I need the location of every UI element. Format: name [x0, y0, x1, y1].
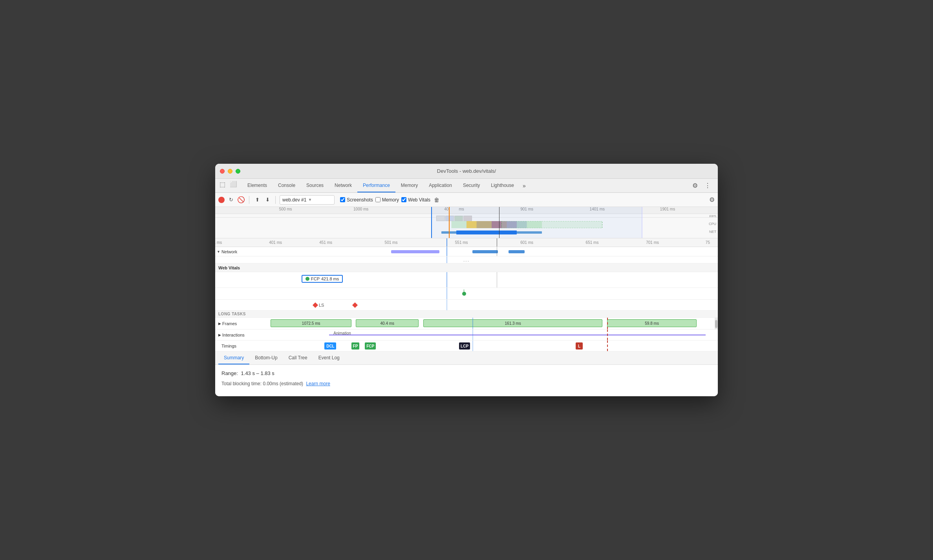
ruler-vline-dark — [497, 238, 497, 247]
dtick-451: 451 ms — [319, 240, 332, 245]
tab-application[interactable]: Application — [423, 179, 457, 192]
memory-checkbox[interactable] — [375, 197, 381, 202]
frames-red-dashed — [607, 318, 608, 329]
ls-label-group: LS — [313, 303, 357, 307]
tab-lighthouse[interactable]: Lighthouse — [485, 179, 520, 192]
frames-track-label: ▶ Frames — [215, 321, 266, 326]
more-options-icon[interactable]: ⋮ — [702, 180, 713, 191]
ruler-tick-1000: 1000 ms — [353, 207, 368, 211]
ruler-tick-1901: 1901 ms — [660, 207, 675, 211]
dtick-501: 501 ms — [385, 240, 398, 245]
url-selector[interactable]: web.dev #1 ▼ — [280, 195, 335, 205]
webvitals-label: Web Vitals — [408, 197, 430, 203]
ruler-vline-blue — [446, 238, 447, 247]
nw-vline-blue — [446, 247, 447, 256]
screenshots-checkbox[interactable] — [340, 197, 345, 202]
tab-summary[interactable]: Summary — [218, 351, 249, 364]
traffic-lights — [220, 169, 240, 174]
ls-diamond-right — [352, 302, 358, 307]
url-chevron-icon[interactable]: ▼ — [308, 198, 312, 202]
download-icon[interactable]: ⬇ — [263, 196, 271, 204]
cursor-icon[interactable]: ⬚ — [217, 179, 228, 190]
tab-elements[interactable]: Elements — [242, 179, 273, 192]
timings-blue-vline — [472, 340, 473, 351]
dtick-551: 551 ms — [455, 240, 468, 245]
long-tasks-header: LONG TASKS — [215, 311, 718, 318]
tab-bottom-up[interactable]: Bottom-Up — [249, 351, 283, 364]
dtick-651: 651 ms — [586, 240, 599, 245]
network-section-row: ▼ Network — [215, 247, 718, 256]
reload-button[interactable]: ↻ — [227, 196, 235, 204]
webvitals-checkbox[interactable] — [401, 197, 406, 202]
frame-block-4: 59.8 ms — [607, 319, 697, 327]
timeline-overview[interactable]: 500 ms 1000 ms 40 ms 901 ms 1401 ms 1901… — [215, 207, 718, 238]
frame-block-1: 1072.5 ms — [271, 319, 351, 327]
tab-network[interactable]: Network — [329, 179, 357, 192]
lcp-green-dot — [462, 292, 466, 296]
fullscreen-button[interactable] — [236, 169, 240, 174]
bottom-tab-bar: Summary Bottom-Up Call Tree Event Log — [215, 351, 718, 365]
interactions-red-dashed — [607, 329, 608, 340]
fcp-vline — [446, 272, 447, 287]
frames-scrollbar-thumb[interactable] — [715, 320, 717, 328]
main-tab-bar: ⬚ ⬜ Elements Console Sources Network Per… — [215, 179, 718, 193]
learn-more-link[interactable]: Learn more — [306, 381, 330, 386]
interactions-expand-icon[interactable]: ▶ — [218, 333, 221, 337]
minimize-button[interactable] — [228, 169, 232, 174]
lcp-dot-row — [215, 288, 718, 300]
net-label: NET — [709, 230, 716, 234]
dots-vline-blue — [446, 256, 447, 263]
tab-memory[interactable]: Memory — [395, 179, 423, 192]
dtick-1: 1 ms — [215, 240, 222, 245]
network-bars — [391, 250, 713, 253]
device-toggle-icon[interactable]: ⬜ — [228, 179, 239, 190]
interactions-track: ▶ Interactions Animation — [215, 329, 718, 340]
dots-row: ... — [215, 256, 718, 264]
more-tabs-icon[interactable]: » — [520, 179, 529, 192]
settings-icon[interactable]: ⚙ — [690, 180, 701, 191]
trash-icon[interactable]: 🗑 — [433, 196, 441, 204]
stop-button[interactable]: 🚫 — [237, 196, 245, 204]
timings-track-label: Timings — [215, 344, 266, 348]
interactions-blue-vline — [472, 329, 473, 340]
network-section-label: Network — [221, 249, 237, 254]
tab-console[interactable]: Console — [273, 179, 301, 192]
web-vitals-header: Web Vitals — [215, 264, 718, 272]
titlebar: DevTools - web.dev/vitals/ — [215, 164, 718, 179]
tab-sources[interactable]: Sources — [301, 179, 329, 192]
nw-vline-dark — [497, 247, 497, 256]
dtick-75: 75 — [706, 240, 710, 245]
close-button[interactable] — [220, 169, 225, 174]
frame-block-3: 161.3 ms — [423, 319, 603, 327]
lcp-dot-tick — [464, 289, 464, 292]
ls-vline — [446, 300, 447, 310]
tab-performance[interactable]: Performance — [357, 179, 395, 192]
frames-blue-vline — [472, 318, 473, 329]
fcp-value: 421.8 ms — [321, 276, 339, 281]
upload-icon[interactable]: ⬆ — [253, 196, 261, 204]
timings-track: Timings DCL FP FCP LCP L — [215, 340, 718, 351]
fcp-label: FCP — [311, 276, 320, 281]
tab-security[interactable]: Security — [457, 179, 485, 192]
tab-event-log[interactable]: Event Log — [313, 351, 345, 364]
interactions-content: Animation — [266, 329, 715, 340]
frames-track: ▶ Frames 1072.5 ms 40.4 ms 161.3 ms 59.8… — [215, 318, 718, 329]
frames-content: 1072.5 ms 40.4 ms 161.3 ms 59.8 ms — [266, 318, 715, 329]
selection-overlay[interactable] — [431, 207, 642, 238]
perf-settings-icon[interactable]: ⚙ — [709, 196, 715, 203]
orange-marker-line — [449, 207, 450, 238]
range-value: 1.43 s – 1.83 s — [241, 370, 274, 376]
timings-red-dashed — [607, 340, 608, 351]
network-expand-triangle[interactable]: ▼ — [217, 250, 220, 254]
lcp-row-vline — [446, 288, 447, 299]
tab-call-tree[interactable]: Call Tree — [283, 351, 313, 364]
frames-expand-icon[interactable]: ▶ — [218, 322, 221, 326]
tbt-text: Total blocking time: 0.00ms (estimated) — [221, 381, 303, 386]
frames-scrollbar[interactable] — [715, 318, 718, 329]
summary-panel: Range: 1.43 s – 1.83 s Total blocking ti… — [215, 365, 718, 396]
ls-text: LS — [319, 303, 324, 307]
webvitals-checkbox-group: Web Vitals — [401, 197, 430, 203]
record-button[interactable] — [218, 197, 225, 203]
memory-checkbox-group: Memory — [375, 197, 399, 203]
ls-diamond-left — [313, 302, 318, 307]
